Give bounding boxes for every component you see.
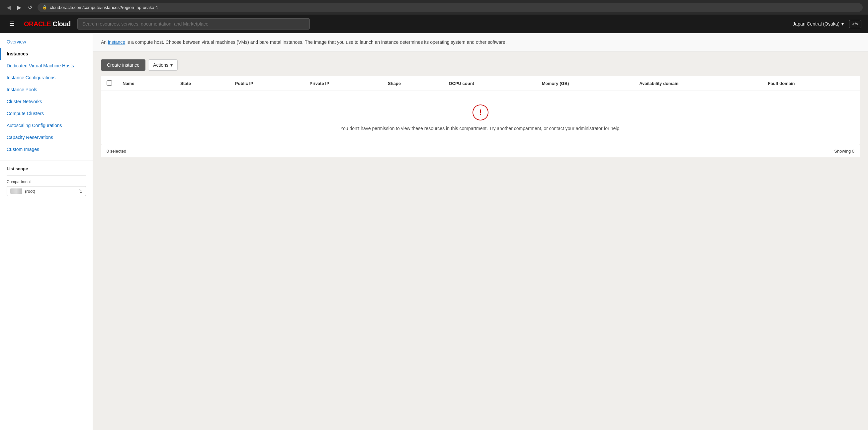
lock-icon: 🔒	[42, 5, 47, 10]
main-layout: OverviewInstancesDedicated Virtual Machi…	[0, 33, 868, 430]
compartment-value: (root)	[25, 189, 35, 194]
showing-count: Showing 0	[834, 148, 855, 154]
column-header-availability-domain: Availability domain	[634, 76, 763, 91]
table-header-row: Name State Public IP Private IP Shape OC…	[101, 76, 860, 91]
sidebar-item-instance-pools[interactable]: Instance Pools	[0, 84, 93, 96]
column-header-public-ip: Public IP	[230, 76, 304, 91]
column-header-shape: Shape	[382, 76, 443, 91]
error-symbol: !	[479, 108, 482, 117]
table-body: ! You don't have permission to view thes…	[101, 91, 860, 145]
compartment-label: Compartment	[7, 179, 86, 184]
list-scope-section: List scope Compartment (root) ⇅	[0, 161, 93, 201]
header-search-input[interactable]	[78, 18, 310, 30]
back-button[interactable]: ◀	[5, 3, 12, 12]
cloud-text: Cloud	[51, 20, 70, 28]
sidebar-item-capacity-reservations[interactable]: Capacity Reservations	[0, 131, 93, 143]
actions-label: Actions	[153, 62, 168, 68]
sidebar-item-instance-configurations[interactable]: Instance Configurations	[0, 72, 93, 84]
description-bar: An instance is a compute host. Choose be…	[93, 33, 868, 52]
app-header: ☰ ORACLE Cloud Japan Central (Osaka) ▾ <…	[0, 14, 868, 33]
sidebar-item-overview[interactable]: Overview	[0, 36, 93, 48]
region-chevron-icon: ▾	[841, 21, 844, 27]
column-header-fault-domain: Fault domain	[763, 76, 860, 91]
sidebar-item-instances[interactable]: Instances	[0, 48, 93, 60]
sidebar-item-compute-clusters[interactable]: Compute Clusters	[0, 107, 93, 120]
instance-link[interactable]: instance	[108, 39, 125, 45]
hamburger-button[interactable]: ☰	[7, 19, 17, 29]
empty-state: ! You don't have permission to view thes…	[101, 91, 860, 144]
column-header-name: Name	[117, 76, 175, 91]
column-header-ocpu-count: OCPU count	[443, 76, 536, 91]
region-selector[interactable]: Japan Central (Osaka) ▾	[793, 21, 844, 27]
sidebar-item-cluster-networks[interactable]: Cluster Networks	[0, 96, 93, 107]
sidebar-item-custom-images[interactable]: Custom Images	[0, 143, 93, 155]
empty-state-row: ! You don't have permission to view thes…	[101, 91, 860, 145]
content-inner: Create instance Actions ▾ Name State Pub…	[93, 52, 868, 165]
compartment-stepper-icon: ⇅	[79, 189, 82, 194]
select-all-header[interactable]	[101, 76, 118, 91]
oracle-logo: ORACLE Cloud	[24, 20, 71, 28]
region-label: Japan Central (Osaka)	[793, 21, 839, 27]
actions-button[interactable]: Actions ▾	[148, 59, 178, 71]
selected-count: 0 selected	[106, 148, 126, 154]
developer-tools-button[interactable]: </>	[849, 20, 861, 28]
refresh-button[interactable]: ↺	[27, 3, 34, 12]
browser-bar: ◀ ▶ ↺ 🔒 cloud.oracle.com/compute/instanc…	[0, 0, 868, 14]
toolbar: Create instance Actions ▾	[101, 59, 860, 71]
table-header: Name State Public IP Private IP Shape OC…	[101, 76, 860, 91]
forward-button[interactable]: ▶	[16, 3, 23, 12]
sidebar-item-autoscaling-configurations[interactable]: Autoscaling Configurations	[0, 120, 93, 131]
url-bar[interactable]: 🔒 cloud.oracle.com/compute/instances?reg…	[37, 3, 863, 12]
column-header-private-ip: Private IP	[304, 76, 382, 91]
table-footer: 0 selected Showing 0	[101, 145, 860, 157]
url-text: cloud.oracle.com/compute/instances?regio…	[50, 5, 158, 10]
select-all-checkbox[interactable]	[106, 80, 112, 86]
description-after: is a compute host. Choose between virtua…	[125, 39, 506, 45]
list-scope-title: List scope	[7, 166, 86, 171]
error-icon: !	[472, 104, 489, 121]
description-before-link: An	[101, 39, 108, 45]
compartment-select-inner: (root)	[10, 189, 35, 194]
column-header-memory-gb: Memory (GB)	[537, 76, 634, 91]
empty-state-message: You don't have permission to view these …	[109, 126, 852, 131]
actions-chevron-icon: ▾	[170, 62, 173, 68]
header-right: Japan Central (Osaka) ▾ </>	[793, 20, 861, 28]
sidebar-item-dedicated-vm-hosts[interactable]: Dedicated Virtual Machine Hosts	[0, 60, 93, 72]
oracle-text: ORACLE	[24, 20, 51, 28]
create-instance-button[interactable]: Create instance	[101, 59, 146, 71]
instances-table: Name State Public IP Private IP Shape OC…	[101, 76, 860, 145]
content-area: An instance is a compute host. Choose be…	[93, 33, 868, 430]
compartment-icon	[10, 189, 22, 194]
column-header-state: State	[175, 76, 230, 91]
sidebar: OverviewInstancesDedicated Virtual Machi…	[0, 33, 93, 430]
compartment-selector[interactable]: (root) ⇅	[7, 186, 86, 196]
